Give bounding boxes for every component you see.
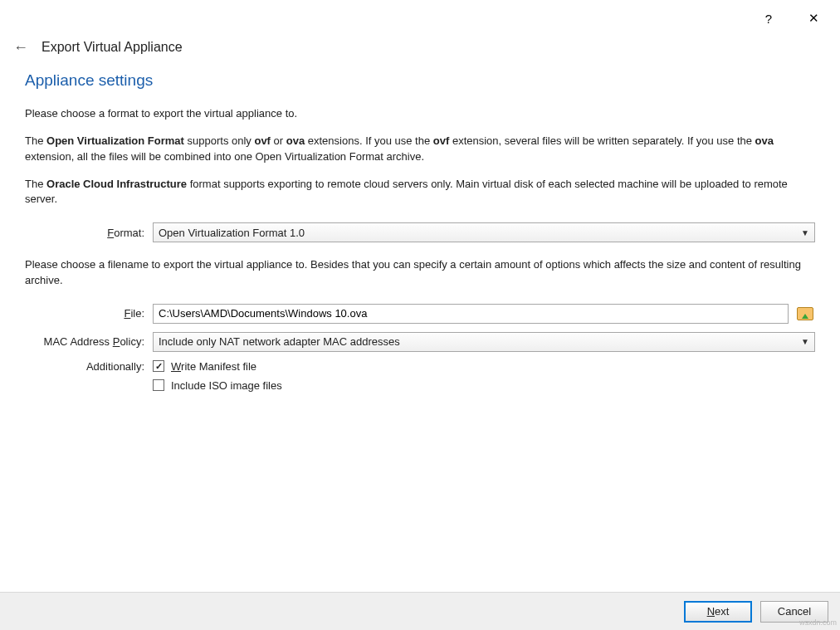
file-label: File: (25, 307, 153, 320)
text: The (25, 178, 46, 190)
format-value: Open Virtualization Format 1.0 (159, 227, 305, 239)
write-manifest-label: Write Manifest file (171, 360, 256, 373)
next-button[interactable]: Next (684, 601, 752, 623)
text-bold: ovf (433, 134, 450, 147)
text: extension, all the files will be combine… (25, 150, 424, 163)
text: The (25, 134, 46, 147)
text-bold: ovf (254, 134, 271, 147)
mac-label: MAC Address Policy: (25, 335, 153, 348)
chevron-down-icon: ▼ (801, 228, 809, 237)
folder-icon (797, 307, 813, 320)
browse-button[interactable] (795, 304, 815, 324)
text-bold: Oracle Cloud Infrastructure (46, 178, 187, 190)
additionally-label: Additionally: (25, 360, 153, 373)
back-icon[interactable]: ← (13, 40, 28, 55)
text: extensions. If you use the (305, 134, 433, 147)
watermark: wsxdn.com (799, 618, 837, 627)
format-label: Format: (25, 227, 153, 239)
chevron-down-icon: ▼ (801, 337, 809, 346)
file-input[interactable] (153, 304, 789, 324)
close-icon[interactable]: ✕ (803, 8, 823, 28)
page-title: Export Virtual Appliance (42, 40, 183, 55)
include-iso-label: Include ISO image files (171, 379, 282, 392)
help-icon[interactable]: ? (759, 8, 779, 28)
text-bold: Open Virtualization Format (46, 134, 184, 147)
mac-policy-combo[interactable]: Include only NAT network adapter MAC add… (153, 332, 815, 352)
intro-text: Please choose a format to export the vir… (25, 106, 815, 122)
text-bold: ova (286, 134, 305, 147)
text: or (271, 134, 286, 147)
section-heading: Appliance settings (25, 71, 815, 90)
ovf-desc: The Open Virtualization Format supports … (25, 134, 815, 165)
text: supports only (184, 134, 255, 147)
file-desc: Please choose a filename to export the v… (25, 257, 815, 289)
include-iso-checkbox[interactable] (153, 379, 164, 391)
format-combo[interactable]: Open Virtualization Format 1.0 ▼ (153, 222, 815, 242)
text: extension, several files will be written… (449, 134, 755, 147)
text-bold: ova (755, 134, 774, 147)
oci-desc: The Oracle Cloud Infrastructure format s… (25, 177, 815, 208)
write-manifest-checkbox[interactable] (153, 360, 164, 372)
mac-value: Include only NAT network adapter MAC add… (159, 335, 400, 348)
